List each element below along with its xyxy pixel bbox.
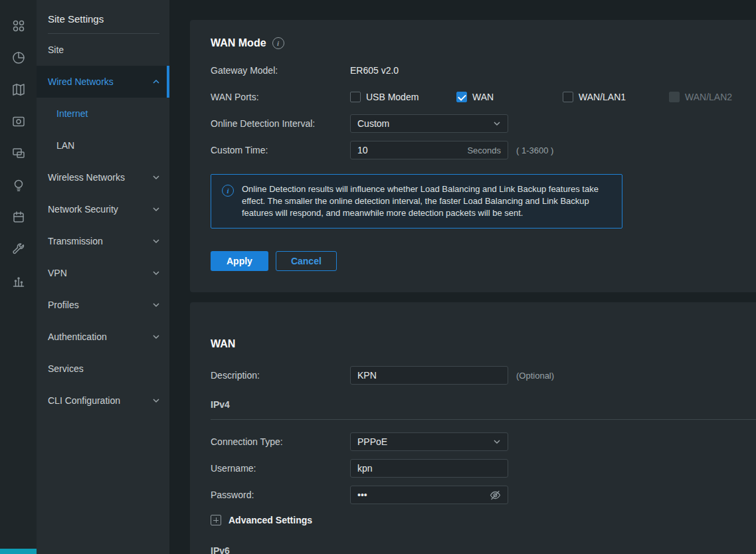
description-optional-hint: (Optional) xyxy=(516,371,554,381)
password-field xyxy=(350,486,508,504)
gateway-model-row: Gateway Model: ER605 v2.0 xyxy=(190,57,756,84)
description-label: Description: xyxy=(211,370,350,381)
sidebar-item-wired-networks[interactable]: Wired Networks xyxy=(37,66,169,98)
wan-ports-row: WAN Ports: USB Modem WAN WAN/LAN1 WAN/LA… xyxy=(190,84,756,110)
username-input[interactable] xyxy=(357,463,501,474)
sidebar-item-lan[interactable]: LAN xyxy=(37,130,169,161)
map-icon[interactable] xyxy=(11,82,26,97)
nav-icon-strip xyxy=(0,0,37,554)
chevron-down-icon xyxy=(152,397,160,405)
gateway-model-label: Gateway Model: xyxy=(211,65,350,76)
advanced-settings-toggle[interactable]: Advanced Settings xyxy=(211,512,756,528)
statistics-icon[interactable] xyxy=(11,50,26,65)
section-divider xyxy=(211,419,756,420)
custom-time-range-hint: ( 1-3600 ) xyxy=(516,145,553,155)
devices-icon[interactable] xyxy=(11,146,26,161)
chevron-down-icon xyxy=(152,301,160,309)
wan-mode-card: WAN Mode i Gateway Model: ER605 v2.0 WAN… xyxy=(190,20,756,292)
chevron-down-icon xyxy=(152,237,160,245)
chevron-down-icon xyxy=(152,205,160,213)
wan-title-row: WAN xyxy=(190,302,756,350)
chevron-down-icon xyxy=(493,438,501,446)
custom-time-row: Custom Time: Seconds ( 1-3600 ) xyxy=(190,137,756,163)
password-input[interactable] xyxy=(357,490,486,500)
sidebar-item-services[interactable]: Services xyxy=(37,353,169,385)
tools-icon[interactable] xyxy=(11,242,26,256)
sidebar-item-authentication[interactable]: Authentication xyxy=(37,321,169,353)
description-field xyxy=(350,366,508,385)
checkbox-disabled-icon xyxy=(669,92,680,102)
username-row: Username: xyxy=(190,455,756,482)
apply-button[interactable]: Apply xyxy=(211,251,268,271)
password-label: Password: xyxy=(211,490,350,500)
apps-icon[interactable] xyxy=(11,19,26,33)
sidebar: Site Settings Site Wired Networks Intern… xyxy=(0,0,169,554)
connection-type-select[interactable]: PPPoE xyxy=(350,432,508,451)
insight-icon[interactable] xyxy=(11,178,26,193)
checkbox-usb-modem[interactable]: USB Modem xyxy=(350,92,456,102)
username-label: Username: xyxy=(211,463,350,474)
eye-slash-icon[interactable] xyxy=(490,490,501,501)
info-icon: i xyxy=(222,185,234,197)
password-row: Password: xyxy=(190,482,756,508)
online-detection-label: Online Detection Interval: xyxy=(211,118,350,129)
sidebar-item-network-security[interactable]: Network Security xyxy=(37,193,169,225)
wan-ports-label: WAN Ports: xyxy=(211,92,350,102)
custom-time-label: Custom Time: xyxy=(211,145,350,155)
online-detection-select[interactable]: Custom xyxy=(350,114,508,133)
sidebar-item-vpn[interactable]: VPN xyxy=(37,257,169,289)
custom-time-unit: Seconds xyxy=(467,145,501,155)
wan-mode-buttons: Apply Cancel xyxy=(211,251,756,271)
advanced-settings-label: Advanced Settings xyxy=(229,515,312,525)
chevron-up-icon xyxy=(152,78,160,86)
chevron-down-icon xyxy=(152,269,160,277)
checkbox-icon xyxy=(350,92,361,102)
settings-menu: Site Settings Site Wired Networks Intern… xyxy=(37,0,169,554)
logs-icon[interactable] xyxy=(11,210,26,225)
checkbox-wan-lan1[interactable]: WAN/LAN1 xyxy=(563,92,669,102)
chevron-down-icon xyxy=(152,173,160,181)
sidebar-item-cli-configuration[interactable]: CLI Configuration xyxy=(37,385,169,416)
gateway-model-value: ER605 v2.0 xyxy=(350,65,399,76)
online-detection-row: Online Detection Interval: Custom xyxy=(190,110,756,137)
capture-icon[interactable] xyxy=(11,114,26,129)
chevron-down-icon xyxy=(152,333,160,341)
menu-title: Site Settings xyxy=(37,4,169,33)
section-title: WAN xyxy=(211,338,235,350)
sidebar-item-wireless-networks[interactable]: Wireless Networks xyxy=(37,161,169,193)
description-row: Description: (Optional) xyxy=(190,362,756,389)
expand-plus-icon xyxy=(211,515,221,525)
wan-ports-checkbox-group: USB Modem WAN WAN/LAN1 WAN/LAN2 xyxy=(350,92,756,102)
wan-card: WAN Description: (Optional) IPv4 Connect… xyxy=(190,302,756,554)
online-detection-notebox: i Online Detection results will influenc… xyxy=(211,174,622,229)
custom-time-input[interactable] xyxy=(357,145,463,155)
connection-type-row: Connection Type: PPPoE xyxy=(190,428,756,455)
page-title: WAN Mode xyxy=(211,37,266,49)
checkbox-checked-icon xyxy=(456,92,467,102)
note-text: Online Detection results will influence … xyxy=(242,183,611,219)
ipv6-section-header: IPv6 xyxy=(190,545,756,554)
ipv4-section-header: IPv4 xyxy=(190,399,756,410)
description-input[interactable] xyxy=(357,370,501,381)
sidebar-item-transmission[interactable]: Transmission xyxy=(37,225,169,257)
username-field xyxy=(350,459,508,478)
sidebar-item-internet[interactable]: Internet xyxy=(37,98,169,130)
connection-type-label: Connection Type: xyxy=(211,436,350,447)
chevron-down-icon xyxy=(493,120,501,128)
checkbox-icon xyxy=(563,92,573,102)
sidebar-footer-accent xyxy=(0,549,37,554)
wan-mode-title-row: WAN Mode i xyxy=(190,20,756,49)
sidebar-item-site[interactable]: Site xyxy=(37,34,169,66)
sidebar-item-profiles[interactable]: Profiles xyxy=(37,289,169,321)
checkbox-wan-lan2: WAN/LAN2 xyxy=(669,92,756,102)
cancel-button[interactable]: Cancel xyxy=(276,251,337,271)
custom-time-field: Seconds xyxy=(350,141,508,159)
checkbox-wan[interactable]: WAN xyxy=(456,92,563,102)
info-icon[interactable]: i xyxy=(272,37,284,49)
analytics-icon[interactable] xyxy=(11,274,26,288)
